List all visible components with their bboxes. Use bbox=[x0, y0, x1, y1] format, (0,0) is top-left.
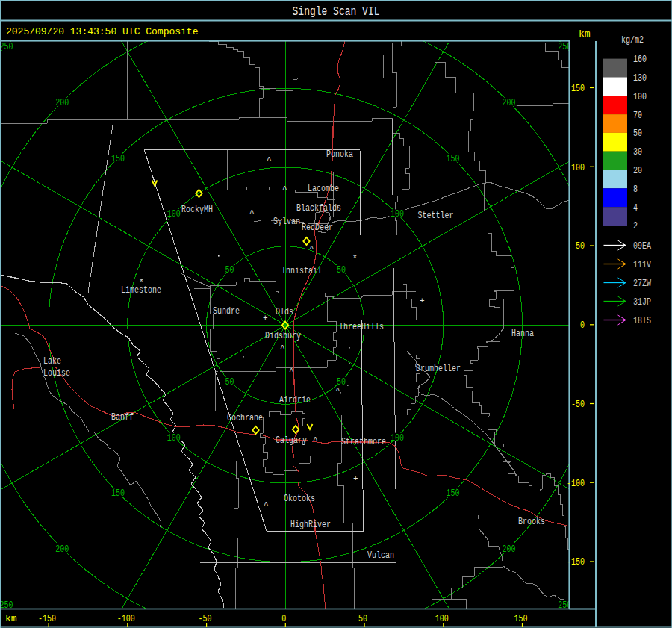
svg-text:Blackfalds: Blackfalds bbox=[296, 202, 341, 214]
svg-text:Hanna: Hanna bbox=[511, 328, 534, 339]
svg-text:Cochrane: Cochrane bbox=[227, 412, 263, 423]
svg-text:^: ^ bbox=[249, 208, 255, 217]
svg-text:150: 150 bbox=[111, 488, 125, 499]
svg-text:100: 100 bbox=[167, 208, 181, 220]
svg-text:31JP: 31JP bbox=[633, 296, 651, 308]
svg-text:20: 20 bbox=[633, 165, 642, 176]
svg-text:Didsbury: Didsbury bbox=[265, 330, 301, 341]
svg-text:2: 2 bbox=[633, 220, 638, 231]
svg-text:Vulcan: Vulcan bbox=[367, 550, 394, 561]
svg-text:Single_Scan_VIL: Single_Scan_VIL bbox=[293, 5, 380, 19]
svg-text:Innisfail: Innisfail bbox=[281, 265, 322, 276]
svg-text:Calgary: Calgary bbox=[276, 435, 307, 446]
svg-text:RockyMH: RockyMH bbox=[181, 204, 213, 215]
svg-text:^: ^ bbox=[280, 343, 285, 352]
svg-text:HighRiver: HighRiver bbox=[290, 519, 331, 530]
svg-text:111V: 111V bbox=[633, 259, 651, 270]
svg-text:150: 150 bbox=[571, 83, 585, 94]
svg-text:200: 200 bbox=[55, 97, 69, 108]
svg-text:Okotoks: Okotoks bbox=[284, 493, 315, 504]
svg-text:Strathmore: Strathmore bbox=[341, 436, 386, 447]
svg-text:200: 200 bbox=[502, 97, 515, 108]
svg-text:kg/m2: kg/m2 bbox=[621, 34, 644, 46]
svg-text:^: ^ bbox=[335, 386, 340, 395]
svg-text:27ZW: 27ZW bbox=[633, 278, 651, 289]
svg-text:50: 50 bbox=[358, 613, 367, 624]
svg-text:^: ^ bbox=[309, 244, 314, 253]
svg-text:50: 50 bbox=[337, 376, 346, 388]
svg-text:-150: -150 bbox=[38, 613, 56, 624]
svg-text:-50: -50 bbox=[199, 613, 212, 624]
svg-text:-100: -100 bbox=[117, 613, 135, 624]
svg-text:100: 100 bbox=[633, 90, 647, 102]
svg-text:2025/09/20 13:43:50 UTC Compos: 2025/09/20 13:43:50 UTC Composite bbox=[6, 26, 198, 37]
svg-text:18TS: 18TS bbox=[633, 315, 651, 326]
svg-text:-150: -150 bbox=[567, 556, 585, 568]
svg-text:*: * bbox=[139, 278, 144, 287]
svg-text:50: 50 bbox=[633, 128, 642, 139]
svg-text:ThreeHills: ThreeHills bbox=[339, 321, 384, 332]
svg-text:0: 0 bbox=[281, 613, 286, 624]
svg-text:09EA: 09EA bbox=[633, 240, 651, 252]
svg-text:Drumheller: Drumheller bbox=[416, 363, 461, 374]
svg-text:4: 4 bbox=[633, 202, 638, 213]
svg-text:100: 100 bbox=[391, 208, 404, 220]
svg-text:Lacombe: Lacombe bbox=[308, 183, 339, 194]
svg-text:100: 100 bbox=[391, 432, 404, 443]
svg-text:+: + bbox=[420, 296, 425, 305]
svg-text:^: ^ bbox=[313, 435, 318, 444]
svg-text:0: 0 bbox=[580, 320, 585, 331]
svg-text:^: ^ bbox=[289, 367, 294, 376]
svg-text:200: 200 bbox=[502, 544, 515, 555]
svg-text:-100: -100 bbox=[567, 477, 585, 488]
svg-text:Ponoka: Ponoka bbox=[326, 149, 353, 160]
svg-text:Stettler: Stettler bbox=[418, 210, 454, 221]
svg-text:50: 50 bbox=[225, 264, 234, 276]
svg-text:Brooks: Brooks bbox=[518, 516, 545, 527]
svg-text:100: 100 bbox=[571, 161, 585, 172]
svg-text:+: + bbox=[353, 474, 358, 483]
svg-text:30: 30 bbox=[633, 146, 642, 158]
svg-text:^: ^ bbox=[264, 500, 269, 509]
svg-text:-50: -50 bbox=[571, 399, 585, 410]
svg-text:^: ^ bbox=[282, 184, 287, 193]
svg-text:Banff: Banff bbox=[111, 411, 134, 423]
svg-text:Airdrie: Airdrie bbox=[279, 394, 311, 405]
svg-text:km: km bbox=[5, 613, 17, 624]
svg-text:Lake: Lake bbox=[43, 355, 61, 367]
svg-text:150: 150 bbox=[447, 152, 460, 164]
svg-text:150: 150 bbox=[111, 152, 125, 164]
svg-text:km: km bbox=[579, 28, 591, 40]
svg-text:50: 50 bbox=[337, 264, 346, 276]
svg-text:100: 100 bbox=[167, 432, 181, 443]
svg-text:130: 130 bbox=[633, 72, 647, 84]
svg-text:*: * bbox=[352, 254, 358, 263]
svg-text:50: 50 bbox=[576, 240, 585, 252]
svg-text:Louise: Louise bbox=[43, 367, 70, 379]
svg-text:Sylvan: Sylvan bbox=[273, 216, 300, 227]
svg-text:150: 150 bbox=[447, 488, 460, 499]
svg-text:70: 70 bbox=[633, 109, 642, 120]
svg-text:250: 250 bbox=[0, 41, 13, 52]
svg-text:Sundre: Sundre bbox=[213, 305, 240, 317]
svg-text:150: 150 bbox=[514, 613, 528, 624]
svg-text:200: 200 bbox=[55, 544, 69, 555]
svg-text:160: 160 bbox=[633, 54, 647, 65]
svg-text:RedDeer: RedDeer bbox=[302, 222, 333, 233]
svg-text:+: + bbox=[263, 314, 268, 323]
svg-text:^: ^ bbox=[267, 155, 272, 164]
svg-text:8: 8 bbox=[633, 184, 638, 195]
svg-text:50: 50 bbox=[225, 376, 234, 388]
svg-text:Olds: Olds bbox=[276, 306, 293, 317]
svg-text:100: 100 bbox=[435, 613, 449, 624]
